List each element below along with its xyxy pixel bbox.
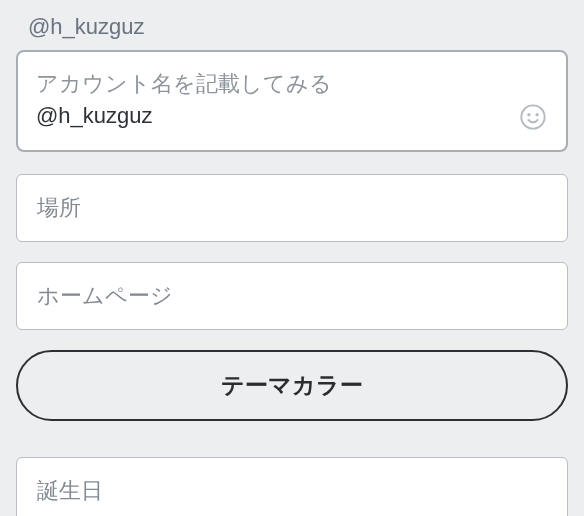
birthday-input[interactable]: 誕生日 — [16, 457, 568, 516]
bio-input[interactable]: アカウント名を記載してみる @h_kuzguz — [16, 50, 568, 152]
profile-edit-form: @h_kuzguz アカウント名を記載してみる @h_kuzguz 場所 ホーム… — [0, 0, 584, 516]
website-input[interactable]: ホームページ — [16, 262, 568, 330]
bio-placeholder-text: アカウント名を記載してみる — [36, 68, 548, 100]
svg-point-0 — [521, 105, 544, 128]
svg-point-2 — [536, 114, 537, 115]
smile-icon[interactable] — [518, 102, 548, 132]
bio-value-text: @h_kuzguz — [36, 100, 548, 132]
svg-point-1 — [528, 114, 529, 115]
username-label: @h_kuzguz — [16, 0, 568, 50]
location-input[interactable]: 場所 — [16, 174, 568, 242]
theme-color-button[interactable]: テーマカラー — [16, 350, 568, 421]
